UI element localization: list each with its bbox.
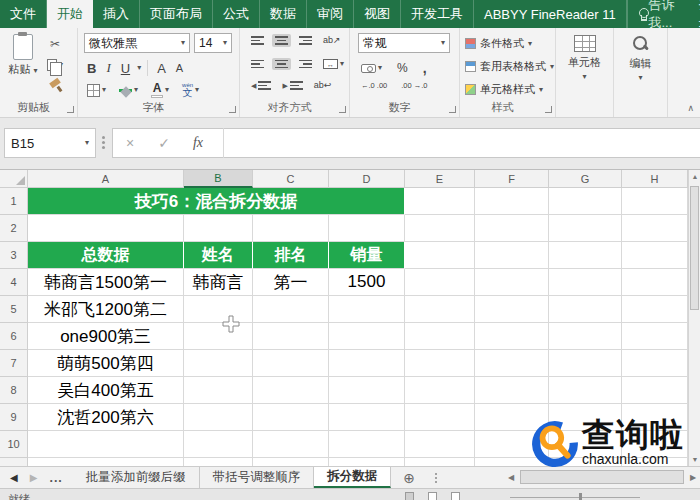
sheet-bar-menu-dots[interactable] [435, 473, 437, 475]
tab-abbyy[interactable]: ABBYY FineReader 11 [474, 0, 627, 28]
column-header-C[interactable]: C [253, 170, 329, 188]
row-header-10[interactable]: 10 [0, 431, 28, 458]
font-name-select[interactable]: 微软雅黑 ▾ [84, 33, 190, 53]
tab-data[interactable]: 数据 [260, 0, 307, 28]
align-center-button[interactable] [272, 58, 291, 71]
cell-A8[interactable]: 吴白400第五 [28, 377, 184, 404]
increase-decimal-button[interactable]: ←.0 .00 [358, 80, 390, 92]
page-break-view-button[interactable] [451, 492, 460, 500]
column-header-D[interactable]: D [329, 170, 405, 188]
number-dialog-launcher[interactable] [449, 106, 456, 113]
format-painter-button[interactable] [44, 78, 66, 94]
cell-C6[interactable] [253, 323, 329, 350]
row-header-2[interactable]: 2 [0, 215, 28, 242]
cell-B5[interactable] [184, 296, 253, 323]
cell-A10[interactable] [28, 431, 184, 458]
bold-button[interactable]: B [84, 59, 99, 78]
cell-H2[interactable] [622, 215, 688, 242]
cell-A4[interactable]: 韩商言1500第一 [28, 269, 184, 296]
cell-D4[interactable]: 1500 [329, 269, 405, 296]
tab-insert[interactable]: 插入 [93, 0, 140, 28]
align-left-button[interactable] [248, 58, 267, 71]
percent-style-button[interactable]: % [394, 59, 411, 77]
cell-E8[interactable] [405, 377, 475, 404]
align-middle-button[interactable] [272, 34, 291, 47]
tab-formulas[interactable]: 公式 [213, 0, 260, 28]
decrease-font-button[interactable]: A [173, 60, 186, 76]
clipboard-dialog-launcher[interactable] [67, 106, 74, 113]
cell-E5[interactable] [405, 296, 475, 323]
borders-button[interactable]: ▾ [84, 82, 109, 99]
cell-B8[interactable] [184, 377, 253, 404]
column-header-H[interactable]: H [622, 170, 688, 188]
cell-B3[interactable]: 姓名 [184, 242, 253, 269]
cell-B7[interactable] [184, 350, 253, 377]
underline-button[interactable]: U [118, 59, 133, 78]
fill-color-button[interactable]: ▾ [116, 84, 141, 96]
cell-A9[interactable]: 沈哲200第六 [28, 404, 184, 431]
zoom-slider[interactable] [510, 497, 640, 498]
cell-C3[interactable]: 排名 [253, 242, 329, 269]
cell-E7[interactable] [405, 350, 475, 377]
cell-styles-button[interactable]: 单元格样式 ▾ [465, 82, 543, 97]
cell-E2[interactable] [405, 215, 475, 242]
cell-F4[interactable] [475, 269, 549, 296]
sheet-nav-left-arrow[interactable]: ◀ [10, 472, 18, 483]
sheet-nav-right-arrow[interactable]: ▶ [30, 472, 38, 483]
paste-button[interactable]: 粘贴 ▾ [6, 34, 40, 77]
tab-file[interactable]: 文件 [0, 0, 47, 28]
row-header-1[interactable]: 1 [0, 188, 28, 215]
copy-button[interactable]: ▾ [44, 57, 66, 73]
zoom-slider-knob[interactable] [579, 493, 582, 500]
cell-H4[interactable] [622, 269, 688, 296]
decrease-decimal-button[interactable]: .00 →.0 [398, 80, 430, 92]
cell-D10[interactable] [329, 431, 405, 458]
enter-button[interactable]: ✓ [147, 135, 181, 151]
column-header-G[interactable]: G [549, 170, 622, 188]
sheet-tab-bracket-order[interactable]: 带括号调整顺序 [200, 467, 315, 488]
cell-A5[interactable]: 米邵飞1200第二 [28, 296, 184, 323]
cell-F7[interactable] [475, 350, 549, 377]
cell-D3[interactable]: 销量 [329, 242, 405, 269]
cell-B2[interactable] [184, 215, 253, 242]
cell-C2[interactable] [253, 215, 329, 242]
tab-home[interactable]: 开始 [47, 0, 93, 28]
vertical-scrollbar[interactable]: ▲ ▼ [688, 170, 700, 466]
tab-view[interactable]: 视图 [354, 0, 401, 28]
cell-B9[interactable] [184, 404, 253, 431]
cell-D7[interactable] [329, 350, 405, 377]
accounting-format-button[interactable]: ▾ [358, 62, 385, 75]
cut-button[interactable]: ✂ [44, 36, 66, 52]
cell-C4[interactable]: 第一 [253, 269, 329, 296]
cell-E10[interactable] [405, 431, 475, 458]
font-dialog-launcher[interactable] [229, 106, 236, 113]
cell-F5[interactable] [475, 296, 549, 323]
cell-A7[interactable]: 萌萌500第四 [28, 350, 184, 377]
cell-B4[interactable]: 韩商言 [184, 269, 253, 296]
cell-E6[interactable] [405, 323, 475, 350]
scroll-left-arrow[interactable]: ◀ [504, 473, 518, 482]
row-header-9[interactable]: 9 [0, 404, 28, 431]
scroll-down-arrow[interactable]: ▼ [689, 453, 700, 466]
cell-C9[interactable] [253, 404, 329, 431]
cancel-button[interactable]: × [113, 135, 147, 151]
align-bottom-button[interactable] [296, 34, 315, 47]
cell-E1[interactable] [405, 188, 475, 215]
increase-indent-button[interactable]: ▶ [279, 79, 305, 92]
cell-F6[interactable] [475, 323, 549, 350]
cell-C8[interactable] [253, 377, 329, 404]
formula-bar-resize-handle[interactable] [102, 136, 105, 139]
cell-A3[interactable]: 总数据 [28, 242, 184, 269]
column-header-B[interactable]: B [184, 170, 253, 188]
tab-page-layout[interactable]: 页面布局 [140, 0, 213, 28]
name-box[interactable]: B15 ▾ [4, 128, 96, 158]
sheet-overflow-button[interactable]: ... [49, 471, 62, 485]
cell-E4[interactable] [405, 269, 475, 296]
format-as-table-button[interactable]: 套用表格格式 ▾ [465, 59, 554, 74]
cell-C5[interactable] [253, 296, 329, 323]
font-color-button[interactable]: A▾ [148, 80, 172, 100]
italic-button[interactable]: I [103, 58, 113, 78]
cell-G4[interactable] [549, 269, 622, 296]
page-layout-view-button[interactable] [428, 492, 437, 500]
cell-D2[interactable] [329, 215, 405, 242]
